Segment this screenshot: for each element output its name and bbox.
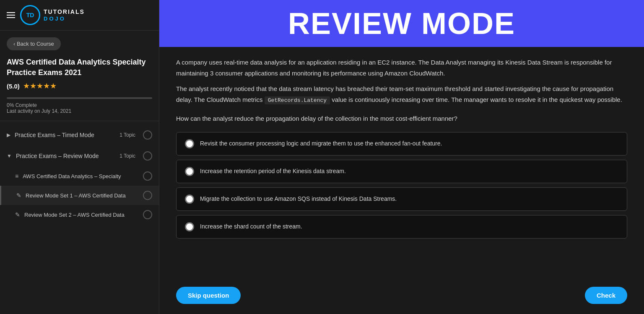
nav-item-timed-mode[interactable]: ▶ Practice Exams – Timed Mode 1 Topic bbox=[0, 125, 159, 145]
nav-item-review-mode[interactable]: ▼ Practice Exams – Review Mode 1 Topic bbox=[0, 145, 159, 166]
edit-icon-1: ✎ bbox=[16, 192, 21, 199]
review-mode-title: REVIEW MODE bbox=[176, 8, 627, 39]
review-mode-header-banner: REVIEW MODE bbox=[159, 0, 644, 47]
review-set-2-progress-circle bbox=[143, 210, 152, 219]
edit-icon-2: ✎ bbox=[15, 211, 20, 218]
question-content: A company uses real-time data analysis f… bbox=[159, 47, 644, 280]
question-prompt: How can the analyst reduce the propagati… bbox=[176, 114, 627, 124]
timed-mode-progress-circle bbox=[143, 130, 152, 140]
check-button[interactable]: Check bbox=[585, 287, 627, 304]
radio-button-d[interactable] bbox=[185, 222, 194, 231]
main-content: REVIEW MODE A company uses real-time dat… bbox=[159, 0, 644, 314]
radio-button-c[interactable] bbox=[185, 195, 194, 204]
question-text: A company uses real-time data analysis f… bbox=[176, 57, 627, 105]
timed-mode-label: Practice Exams – Timed Mode bbox=[15, 132, 115, 138]
logo-tutorials-text: TUTORIALS bbox=[44, 8, 85, 16]
course-rating: (5.0) ★★★★★ bbox=[0, 81, 159, 94]
option-c-text: Migrate the collection to use Amazon SQS… bbox=[200, 195, 397, 203]
course-title: AWS Certified Data Analytics Specialty P… bbox=[0, 57, 159, 81]
sidebar-header: TD TUTORIALS DOJO bbox=[0, 0, 159, 31]
progress-section: 0% Complete Last activity on July 14, 20… bbox=[0, 94, 159, 121]
review-mode-progress-circle bbox=[143, 151, 152, 161]
rating-score: (5.0) bbox=[7, 83, 20, 90]
aws-cert-progress-circle bbox=[143, 171, 152, 181]
option-b-text: Increase the retention period of the Kin… bbox=[200, 167, 346, 176]
answer-option-b[interactable]: Increase the retention period of the Kin… bbox=[176, 160, 627, 183]
inline-code: GetRecords.Latency bbox=[265, 96, 330, 104]
nav-sub-item-aws-cert[interactable]: ≡ AWS Certified Data Analytics – Special… bbox=[0, 166, 159, 186]
back-button-label: ‹ Back to Course bbox=[13, 41, 54, 47]
aws-cert-label: AWS Certified Data Analytics – Specialty bbox=[23, 173, 139, 179]
review-set-1-label: Review Mode Set 1 – AWS Certified Data bbox=[26, 192, 139, 199]
nav-sub-item-review-set-2[interactable]: ✎ Review Mode Set 2 – AWS Certified Data bbox=[0, 205, 159, 224]
answer-option-d[interactable]: Increase the shard count of the stream. bbox=[176, 215, 627, 239]
question-paragraph-2: The analyst recently noticed that the da… bbox=[176, 83, 627, 105]
chevron-right-icon: ▶ bbox=[7, 132, 10, 138]
nav-section: ▶ Practice Exams – Timed Mode 1 Topic ▼ … bbox=[0, 121, 159, 228]
hamburger-menu-button[interactable] bbox=[7, 12, 15, 18]
skip-question-button[interactable]: Skip question bbox=[176, 287, 241, 304]
nav-sub-item-review-set-1[interactable]: ✎ Review Mode Set 1 – AWS Certified Data bbox=[0, 186, 159, 205]
radio-button-a[interactable] bbox=[185, 139, 194, 148]
review-set-2-label: Review Mode Set 2 – AWS Certified Data bbox=[24, 212, 139, 218]
logo-circle: TD bbox=[20, 5, 40, 25]
document-list-icon: ≡ bbox=[15, 173, 18, 179]
logo-td-text: TD bbox=[26, 12, 34, 18]
sidebar: TD TUTORIALS DOJO ‹ Back to Course AWS C… bbox=[0, 0, 159, 314]
answer-options: Revisit the consumer processing logic an… bbox=[176, 132, 627, 239]
logo-dojo-text: DOJO bbox=[44, 16, 85, 22]
progress-bar-background bbox=[7, 97, 152, 99]
radio-button-b[interactable] bbox=[185, 167, 194, 176]
option-d-text: Increase the shard count of the stream. bbox=[200, 222, 302, 231]
logo-text: TUTORIALS DOJO bbox=[44, 8, 85, 22]
rating-stars: ★★★★★ bbox=[23, 81, 57, 91]
answer-option-a[interactable]: Revisit the consumer processing logic an… bbox=[176, 132, 627, 156]
back-to-course-button[interactable]: ‹ Back to Course bbox=[7, 37, 61, 50]
progress-label: 0% Complete bbox=[7, 102, 152, 108]
question-paragraph-1: A company uses real-time data analysis f… bbox=[176, 57, 627, 78]
logo: TD TUTORIALS DOJO bbox=[20, 5, 85, 25]
review-set-1-progress-circle bbox=[143, 191, 152, 200]
chevron-down-icon: ▼ bbox=[7, 153, 12, 159]
review-mode-label: Practice Exams – Review Mode bbox=[16, 153, 115, 159]
option-a-text: Revisit the consumer processing logic an… bbox=[200, 139, 442, 148]
review-mode-topic-count: 1 Topic bbox=[119, 153, 135, 159]
timed-mode-topic-count: 1 Topic bbox=[119, 132, 135, 138]
last-activity-text: Last activity on July 14, 2021 bbox=[7, 108, 152, 114]
action-bar: Skip question Check bbox=[159, 280, 644, 314]
answer-option-c[interactable]: Migrate the collection to use Amazon SQS… bbox=[176, 187, 627, 211]
